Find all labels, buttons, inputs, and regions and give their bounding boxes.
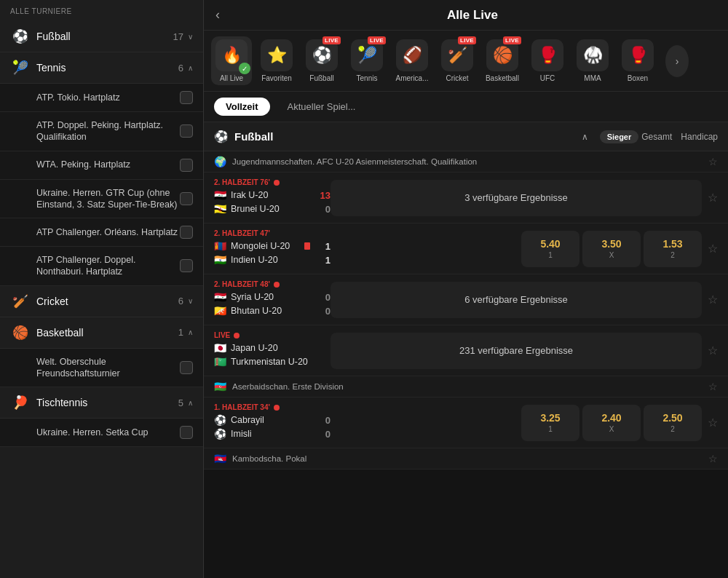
match-star-icon[interactable]: ☆: [708, 293, 718, 306]
match-star-icon[interactable]: ☆: [708, 191, 718, 205]
tab-all-live[interactable]: 🔥 ✓ All Live: [211, 36, 252, 85]
sidebar-sport-cricket[interactable]: 🏏 Cricket 6 ∨: [0, 286, 203, 317]
team-score: 1: [319, 255, 331, 266]
sidebar-item-ukraine-herren[interactable]: Ukraine. Herren. GTR Cup (ohne Einstand,…: [0, 180, 203, 219]
sidebar-sport-basketball[interactable]: 🏀 Basketball 1 ∧: [0, 317, 203, 349]
team-row: ⚽ Imisli 0: [214, 428, 331, 440]
match-row: 2. HALBZEIT 47' 🇲🇳 Mongolei U-20 1 🇮🇳 In…: [204, 223, 728, 274]
sidebar-sport-name: Cricket: [36, 296, 178, 307]
sieger-filter-button[interactable]: Sieger: [600, 130, 639, 143]
sidebar-item-atp-tokio[interactable]: ATP. Tokio. Hartplatz: [0, 84, 203, 112]
sport-section-header[interactable]: ⚽ Fußball ∧ Sieger Gesamt Handicap: [204, 122, 728, 151]
league-header-aserbaidschan: 🇦🇿 Aserbaidschan. Erste Division ☆: [204, 376, 728, 397]
team-name: Cabrayil: [231, 415, 314, 425]
team-flag: 🇧🇹: [214, 305, 226, 317]
tab-mma[interactable]: 🥋 MMA: [572, 36, 613, 85]
sidebar-sport-fussball[interactable]: ⚽ Fußball 17 ∨: [0, 21, 203, 52]
team-flag: ⚽: [214, 414, 226, 426]
sidebar-checkbox[interactable]: [180, 426, 193, 439]
cricket-icon: 🏏: [10, 293, 31, 309]
league-star-icon[interactable]: ☆: [708, 453, 718, 464]
gesamt-filter-button[interactable]: Gesamt: [641, 132, 672, 142]
bet-available-button[interactable]: 231 verfügbare Ergebnisse: [331, 333, 702, 369]
tab-boxen[interactable]: 🥊 Boxen: [617, 36, 658, 85]
filter-aktueller-button[interactable]: Aktueller Spiel...: [276, 98, 368, 116]
bet-available-button[interactable]: 6 verfügbare Ergebnisse: [331, 282, 702, 318]
tab-tennis[interactable]: 🎾 LIVE Tennis: [347, 36, 387, 85]
bet-button-2[interactable]: 2.50 2: [644, 405, 702, 441]
sport-section-fussball: ⚽ Fußball ∧ Sieger Gesamt Handicap 🌍 Jug…: [204, 122, 728, 470]
sidebar-item-atp-nonthaburi[interactable]: ATP Challenger. Doppel. Nonthaburi. Hart…: [0, 247, 203, 286]
sidebar-header: ALLE TURNIERE: [0, 0, 203, 21]
match-info: 1. HALBZEIT 34' ⚽ Cabrayil 0 ⚽ Imisli 0: [214, 397, 331, 448]
league-star-icon[interactable]: ☆: [708, 156, 718, 167]
chevron-up-icon: ∧: [188, 64, 193, 72]
team-flag: 🇸🇾: [214, 291, 226, 303]
bet-available-button[interactable]: 3 verfügbare Ergebnisse: [331, 180, 702, 216]
bet-button-1[interactable]: 3.25 1: [521, 405, 579, 441]
tab-cricket[interactable]: 🏏 LIVE Cricket: [437, 36, 478, 85]
sidebar-checkbox[interactable]: [180, 192, 193, 205]
bet-label: 1: [548, 425, 553, 433]
team-row: 🇧🇹 Bhutan U-20 0: [214, 305, 331, 317]
red-card-icon: [304, 242, 310, 250]
match-time: 1. HALBZEIT 34': [214, 403, 331, 411]
filter-vollzeit-button[interactable]: Vollzeit: [214, 98, 270, 116]
team-name: Irak U-20: [231, 190, 314, 200]
sidebar-checkbox[interactable]: [180, 91, 193, 104]
match-star-icon[interactable]: ☆: [708, 242, 718, 256]
sidebar-sport-count: 5: [178, 397, 183, 408]
back-button[interactable]: ‹: [215, 7, 220, 23]
match-star-icon[interactable]: ☆: [708, 416, 718, 429]
team-name: Bhutan U-20: [231, 306, 314, 316]
sidebar-item-basketball-welt[interactable]: Welt. Oberschule Freundschaftsturnier: [0, 349, 203, 388]
tab-ufc[interactable]: 🥊 UFC: [527, 36, 568, 85]
bet-button-2[interactable]: 1.53 2: [644, 231, 702, 267]
tab-basketball[interactable]: 🏀 LIVE Basketball: [482, 36, 523, 85]
bet-button-x[interactable]: 3.50 X: [582, 231, 641, 267]
sidebar-sport-name: Basketball: [36, 327, 178, 339]
league-flag: 🌍: [214, 156, 226, 167]
sidebar-checkbox[interactable]: [180, 226, 193, 239]
handicap-filter-button[interactable]: Handicap: [681, 132, 718, 142]
basketball-icon: 🏀: [10, 325, 31, 341]
sidebar-sport-tischtennis[interactable]: 🏓 Tischtennis 5 ∧: [0, 387, 203, 419]
tennis-icon: 🎾: [10, 60, 31, 76]
tab-american[interactable]: 🏈 America...: [392, 36, 432, 85]
match-time: LIVE: [214, 331, 331, 339]
sidebar-checkbox[interactable]: [180, 124, 193, 138]
team-name: Brunei U-20: [231, 204, 314, 214]
bet-label: 2: [670, 251, 675, 259]
bet-odd: 2.50: [662, 412, 682, 424]
team-row: 🇧🇳 Brunei U-20 0: [214, 203, 331, 215]
match-info: 2. HALBZEIT 48' 🇸🇾 Syria U-20 0 🇧🇹 Bhuta…: [214, 274, 331, 325]
fussball-section-icon: ⚽: [214, 130, 229, 143]
page-title: Alle Live: [229, 8, 716, 23]
sidebar-sport-name: Tischtennis: [36, 397, 178, 408]
sidebar-sport-tennis[interactable]: 🎾 Tennis 6 ∧: [0, 52, 203, 84]
team-name: Syria U-20: [231, 292, 314, 302]
match-time: 2. HALBZEIT 48': [214, 280, 331, 288]
sidebar-item-atp-orleans[interactable]: ATP Challenger. Orléans. Hartplatz: [0, 218, 203, 247]
sidebar-item-tischtennis-ukraine[interactable]: Ukraine. Herren. Setka Cup: [0, 419, 203, 447]
team-flag: 🇯🇵: [214, 342, 226, 354]
league-star-icon[interactable]: ☆: [708, 381, 718, 392]
tab-fussball[interactable]: ⚽ LIVE Fußball: [301, 36, 342, 85]
team-name: Imisli: [231, 429, 314, 439]
bet-button-1[interactable]: 5.40 1: [521, 231, 579, 267]
match-star-icon[interactable]: ☆: [708, 344, 718, 357]
sidebar-checkbox[interactable]: [180, 259, 193, 272]
tab-favoriten[interactable]: ⭐ Favoriten: [256, 36, 297, 85]
chevron-up-icon: ∧: [188, 328, 193, 336]
expand-arrow-icon: ∧: [582, 132, 588, 142]
bet-button-x[interactable]: 2.40 X: [582, 405, 641, 441]
sidebar-checkbox[interactable]: [180, 361, 193, 374]
live-badge: LIVE: [503, 36, 521, 44]
live-badge: LIVE: [458, 36, 476, 44]
team-flag: 🇮🇶: [214, 189, 226, 201]
tab-scroll-right-button[interactable]: ›: [665, 45, 689, 77]
league-flag: 🇦🇿: [214, 381, 226, 392]
sidebar-item-wta-peking[interactable]: WTA. Peking. Hartplatz: [0, 151, 203, 180]
sidebar-item-atp-doppel-peking[interactable]: ATP. Doppel. Peking. Hartplatz. Qualifik…: [0, 112, 203, 151]
sidebar-checkbox[interactable]: [180, 159, 193, 172]
